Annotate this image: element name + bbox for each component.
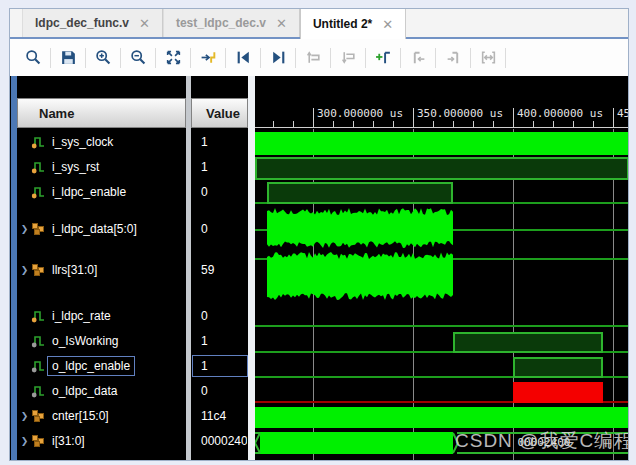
tab-test-ldpc-dec[interactable]: test_ldpc_dec.v ✕: [163, 9, 300, 37]
signal-name-label: i_sys_clock: [47, 132, 118, 152]
swap-cursors-icon[interactable]: [475, 45, 501, 71]
major-tick: [613, 108, 614, 128]
zoom-to-cursor-icon[interactable]: [195, 45, 221, 71]
zoom-fit-icon[interactable]: [160, 45, 186, 71]
input-signal-icon: [31, 185, 47, 199]
toolbar-separator: [365, 48, 366, 68]
save-icon[interactable]: [55, 45, 81, 71]
next-transition-icon[interactable]: [265, 45, 291, 71]
signal-name-label: i_ldpc_enable: [47, 182, 131, 202]
wave-toolbar: [10, 39, 628, 76]
high-level-block: [255, 157, 628, 180]
toolbar-separator: [400, 48, 401, 68]
signal-value-i-ldpc-rate[interactable]: 0: [192, 305, 248, 327]
analog-flat-line: [255, 229, 267, 231]
signal-value-i310[interactable]: 00002400: [192, 430, 248, 452]
signal-value-i-sys-clock[interactable]: 1: [192, 131, 248, 153]
toolbar-separator: [260, 48, 261, 68]
close-icon[interactable]: ✕: [276, 17, 287, 30]
minor-tick: [573, 121, 574, 128]
toolbar-separator: [225, 48, 226, 68]
signal-name-label: llrs[31:0]: [47, 260, 102, 280]
major-tick: [513, 108, 514, 128]
analog-flat-line: [453, 258, 628, 260]
high-level-block: [453, 332, 603, 353]
bus-icon: [31, 263, 47, 277]
tab-label: ldpc_dec_func.v: [35, 16, 129, 30]
previous-marker-icon[interactable]: [405, 45, 431, 71]
signal-row-i-sys-clock[interactable]: i_sys_clock: [18, 131, 186, 153]
signal-row-llrs310[interactable]: ❯llrs[31:0]: [18, 259, 186, 281]
minor-tick: [593, 121, 594, 128]
zoom-in-icon[interactable]: [90, 45, 116, 71]
move-down-icon[interactable]: [335, 45, 361, 71]
signal-row-o-IsWorking[interactable]: o_IsWorking: [18, 330, 186, 352]
time-label: 400.000000 us: [517, 107, 603, 120]
signal-name-label: i_ldpc_data[5:0]: [47, 219, 142, 239]
tab-ldpc-dec-func[interactable]: ldpc_dec_func.v ✕: [22, 9, 163, 37]
signal-value-i-ldpc-enable[interactable]: 0: [192, 181, 248, 203]
name-header-label: Name: [39, 106, 74, 121]
toolbar-separator: [470, 48, 471, 68]
bus-edge: [255, 432, 260, 434]
analog-flat-line: [255, 258, 267, 260]
signal-row-i-sys-rst[interactable]: i_sys_rst: [18, 156, 186, 178]
signal-value-o-IsWorking[interactable]: 1: [192, 330, 248, 352]
tab-untitled-2[interactable]: Untitled 2* ✕: [300, 9, 406, 39]
low-level-line: [255, 325, 628, 327]
close-icon[interactable]: ✕: [139, 17, 150, 30]
signal-value-o-ldpc-data[interactable]: 0: [192, 380, 248, 402]
panel-accent-strip: [11, 76, 17, 460]
low-level-line: [255, 376, 513, 378]
busy-wave-clock: [255, 132, 628, 155]
signal-value-cnter150[interactable]: 11c4: [192, 405, 248, 427]
value-wave-splitter[interactable]: [248, 76, 255, 460]
add-marker-icon[interactable]: [370, 45, 396, 71]
toolbar-separator: [120, 48, 121, 68]
minor-tick: [533, 121, 534, 128]
signal-row-o-ldpc-enable[interactable]: o_ldpc_enable: [18, 355, 186, 377]
bus-edge: [255, 452, 260, 454]
tab-label: Untitled 2*: [313, 17, 372, 31]
x-unknown-block: [513, 382, 603, 403]
expand-chevron-icon[interactable]: ❯: [18, 265, 31, 275]
name-column-header[interactable]: Name: [17, 98, 186, 128]
zoom-out-icon[interactable]: [125, 45, 151, 71]
minor-tick: [453, 121, 454, 128]
time-label: 300.000000 us: [317, 107, 403, 120]
signal-value-llrs310[interactable]: 59: [192, 259, 248, 281]
minor-tick: [493, 121, 494, 128]
signal-row-i-ldpc-data50[interactable]: ❯i_ldpc_data[5:0]: [18, 218, 186, 240]
tab-label: test_ldpc_dec.v: [176, 16, 266, 30]
toolbar-separator: [435, 48, 436, 68]
signal-name-label: o_IsWorking: [47, 331, 123, 351]
bus-icon: [31, 222, 47, 236]
value-column-header[interactable]: Value: [191, 98, 248, 128]
search-icon[interactable]: [20, 45, 46, 71]
signal-row-i-ldpc-rate[interactable]: i_ldpc_rate: [18, 305, 186, 327]
expand-chevron-icon[interactable]: ❯: [18, 436, 31, 446]
expand-chevron-icon[interactable]: ❯: [18, 224, 31, 234]
wave-content: Name Value i_sys_clocki_sys_rsti_ldpc_en…: [10, 76, 628, 460]
next-marker-icon[interactable]: [440, 45, 466, 71]
signal-row-cnter150[interactable]: ❯cnter[15:0]: [18, 405, 186, 427]
signal-value-i-sys-rst[interactable]: 1: [192, 156, 248, 178]
signal-row-i-ldpc-enable[interactable]: i_ldpc_enable: [18, 181, 186, 203]
minor-tick: [393, 121, 394, 128]
minor-tick: [473, 121, 474, 128]
signal-value-o-ldpc-enable[interactable]: 1: [192, 355, 248, 377]
watermark: CSDN @我爱C编程: [455, 428, 628, 454]
bus-icon: [31, 409, 47, 423]
signal-row-o-ldpc-data[interactable]: o_ldpc_data: [18, 380, 186, 402]
expand-chevron-icon[interactable]: ❯: [18, 411, 31, 421]
close-icon[interactable]: ✕: [382, 18, 393, 31]
move-up-icon[interactable]: [300, 45, 326, 71]
signal-value-i-ldpc-data50[interactable]: 0: [192, 218, 248, 240]
name-value-splitter[interactable]: [186, 76, 191, 460]
waveform-canvas[interactable]: 300.000000 us350.000000 us400.000000 us4…: [255, 76, 628, 460]
signal-row-i310[interactable]: ❯i[31:0]: [18, 430, 186, 452]
low-level-line: [255, 351, 453, 353]
previous-transition-icon[interactable]: [230, 45, 256, 71]
time-label: 450.000000 us: [617, 107, 628, 120]
signal-name-label: o_ldpc_data: [47, 381, 122, 401]
